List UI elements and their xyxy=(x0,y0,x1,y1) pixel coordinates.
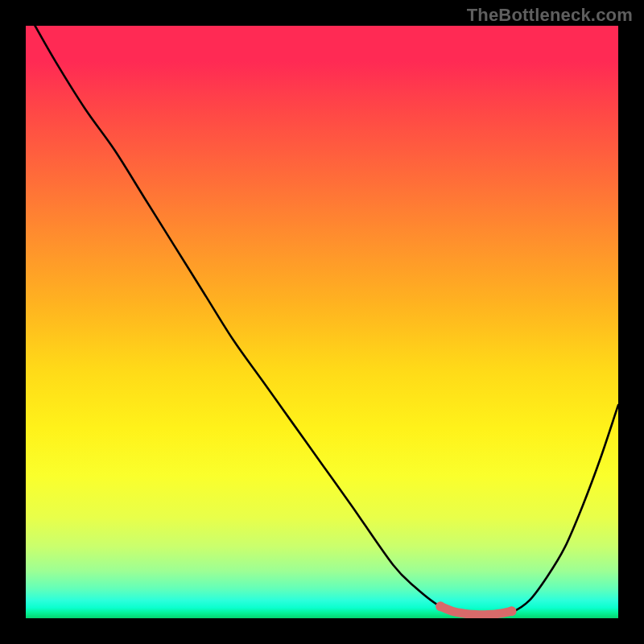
highlight-dot-left xyxy=(436,601,445,611)
curve-layer xyxy=(26,26,618,618)
plot-area xyxy=(26,26,618,618)
highlight-dot-right xyxy=(507,606,517,616)
highlight-segment-path xyxy=(440,606,511,614)
watermark-text: TheBottleneck.com xyxy=(467,5,633,26)
chart-frame: TheBottleneck.com xyxy=(0,0,644,644)
bottleneck-curve-path xyxy=(31,26,618,616)
